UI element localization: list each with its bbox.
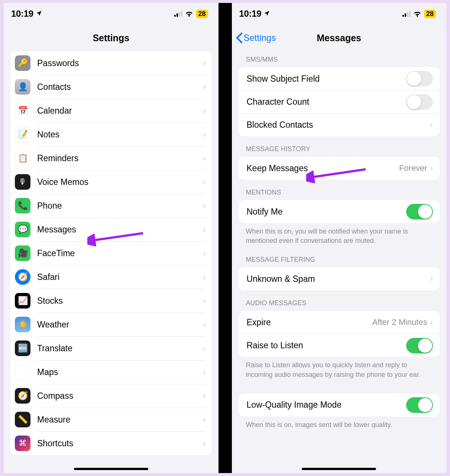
settings-row-voice-memos[interactable]: 🎙Voice Memos› [10, 170, 212, 194]
notify-toggle[interactable] [406, 204, 433, 219]
settings-row-reminders[interactable]: 📋Reminders› [10, 146, 212, 170]
shortcuts-icon: ⌘ [15, 436, 30, 451]
chevron-right-icon: › [203, 344, 205, 353]
section-card: Notify Me [239, 200, 440, 223]
status-bar: 10:19 28 [4, 3, 218, 25]
row-unknown[interactable]: Unknown & Spam› [239, 267, 440, 290]
section-header: MENTIONS [232, 180, 447, 200]
row-expire[interactable]: ExpireAfter 2 Minutes› [239, 311, 440, 334]
row-label: Measure [37, 415, 203, 425]
section-footer: When this is on, images sent will be low… [232, 417, 447, 431]
raise-toggle[interactable] [406, 338, 433, 353]
settings-row-notes[interactable]: 📝Notes› [10, 123, 212, 146]
row-label: Translate [37, 343, 203, 353]
row-label: Phone [37, 201, 203, 211]
row-label: Maps [37, 367, 203, 377]
row-label: Character Count [247, 97, 407, 107]
clock: 10:19 [239, 9, 262, 19]
facetime-icon: 🎥 [15, 245, 30, 261]
row-raise[interactable]: Raise to Listen [239, 334, 440, 357]
passwords-icon: 🔑 [15, 55, 30, 71]
clock: 10:19 [11, 9, 33, 19]
row-value: Forever [399, 163, 427, 173]
row-label: Reminders [37, 153, 203, 163]
row-label: Notify Me [247, 207, 407, 217]
settings-row-safari[interactable]: 🧭Safari› [10, 265, 212, 289]
settings-list: 🔑Passwords›👤Contacts›📅Calendar›📝Notes›📋R… [10, 51, 212, 455]
compass-icon: 🧭 [15, 388, 30, 404]
chevron-right-icon: › [203, 177, 205, 187]
chevron-right-icon: › [430, 317, 433, 327]
show-subject-toggle[interactable] [406, 71, 433, 87]
settings-row-weather[interactable]: ☀️Weather› [10, 313, 212, 336]
row-label: Keep Messages [247, 163, 399, 173]
cell-signal-icon [174, 11, 182, 17]
row-keep[interactable]: Keep MessagesForever› [239, 157, 440, 180]
chevron-right-icon: › [203, 439, 205, 449]
weather-icon: ☀️ [15, 317, 30, 332]
row-label: Safari [37, 272, 203, 282]
section-footer: Raise to Listen allows you to quickly li… [232, 357, 447, 381]
section-card: Unknown & Spam› [239, 267, 440, 290]
settings-row-stocks[interactable]: 📈Stocks› [10, 289, 212, 313]
settings-row-messages[interactable]: 💬Messages› [10, 218, 212, 241]
row-lowq[interactable]: Low-Quality Image Mode [239, 394, 440, 417]
maps-icon: 🗺 [15, 364, 30, 380]
chevron-right-icon: › [430, 274, 433, 284]
char-count-toggle[interactable] [406, 94, 433, 110]
row-notify[interactable]: Notify Me [239, 200, 440, 223]
back-button[interactable]: Settings [236, 32, 276, 43]
settings-row-maps[interactable]: 🗺Maps› [10, 360, 212, 384]
row-label: Voice Memos [37, 177, 203, 187]
chevron-right-icon: › [203, 368, 205, 377]
battery-icon: 28 [196, 10, 208, 18]
row-label: Unknown & Spam [247, 274, 430, 284]
settings-row-passwords[interactable]: 🔑Passwords› [10, 51, 212, 75]
messages-settings-screen: 10:19 28 Settings Messages S [232, 3, 447, 473]
settings-row-calendar[interactable]: 📅Calendar› [10, 99, 212, 123]
chevron-right-icon: › [430, 120, 433, 130]
chevron-right-icon: › [203, 130, 205, 140]
chevron-right-icon: › [203, 225, 205, 235]
settings-row-compass[interactable]: 🧭Compass› [10, 384, 212, 408]
location-icon [36, 9, 42, 19]
row-label: Show Subject Field [247, 74, 407, 84]
measure-icon: 📏 [15, 412, 30, 427]
row-label: Low-Quality Image Mode [247, 400, 407, 410]
battery-icon: 28 [424, 10, 436, 18]
chevron-right-icon: › [203, 415, 205, 425]
reminders-icon: 📋 [15, 150, 30, 166]
section-card: Show Subject FieldCharacter CountBlocked… [239, 67, 440, 136]
lowq-toggle[interactable] [406, 397, 433, 413]
back-label: Settings [244, 33, 276, 43]
chevron-right-icon: › [430, 163, 433, 173]
settings-row-phone[interactable]: 📞Phone› [10, 194, 212, 218]
section-card: Low-Quality Image Mode [239, 394, 440, 417]
section-header: MESSAGE HISTORY [232, 136, 447, 157]
row-label: Notes [37, 130, 203, 140]
settings-row-contacts[interactable]: 👤Contacts› [10, 75, 212, 99]
stocks-icon: 📈 [15, 293, 30, 309]
row-label: Expire [247, 317, 372, 327]
settings-row-measure[interactable]: 📏Measure› [10, 408, 212, 431]
row-label: Messages [37, 225, 203, 235]
settings-row-translate[interactable]: 🔤Translate› [10, 336, 212, 360]
row-char-count[interactable]: Character Count [239, 90, 440, 113]
contacts-icon: 👤 [15, 79, 30, 95]
chevron-right-icon: › [203, 201, 205, 211]
section-card: Keep MessagesForever› [239, 157, 440, 180]
row-label: Passwords [37, 58, 203, 68]
messages-icon: 💬 [15, 222, 30, 237]
notes-icon: 📝 [15, 127, 30, 142]
status-bar: 10:19 28 [232, 3, 447, 25]
section-header: AUDIO MESSAGES [232, 290, 447, 311]
chevron-right-icon: › [203, 249, 205, 258]
settings-row-shortcuts[interactable]: ⌘Shortcuts› [10, 431, 212, 455]
settings-row-facetime[interactable]: 🎥FaceTime› [10, 241, 212, 265]
row-blocked[interactable]: Blocked Contacts› [239, 113, 440, 136]
nav-bar: Settings [4, 25, 218, 51]
row-show-subject[interactable]: Show Subject Field [239, 67, 440, 90]
location-icon [263, 9, 270, 19]
phone-icon: 📞 [15, 198, 30, 213]
chevron-right-icon: › [203, 58, 205, 68]
